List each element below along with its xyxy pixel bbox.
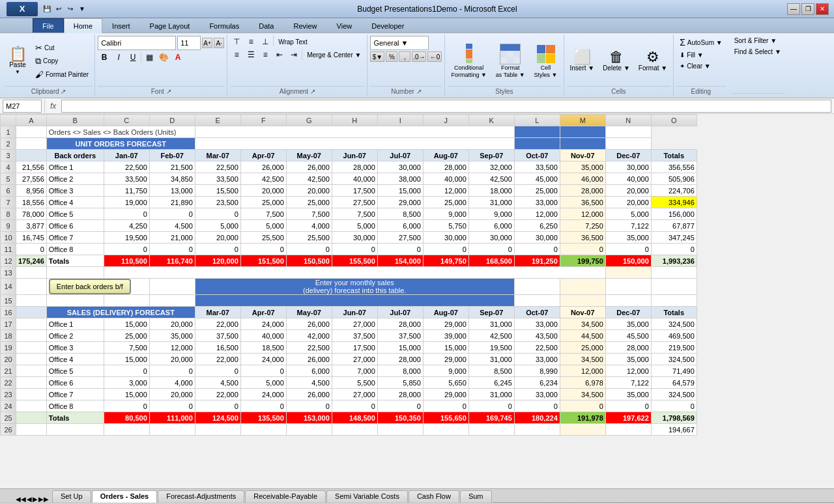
- cell-b21[interactable]: Office 5: [46, 365, 104, 377]
- cell-b15[interactable]: [46, 295, 104, 307]
- cell-f22[interactable]: 5,000: [240, 377, 286, 389]
- cell-g19[interactable]: 22,500: [286, 342, 332, 354]
- cell-d25[interactable]: 111,000: [149, 412, 195, 424]
- cell-l21[interactable]: 8,990: [514, 365, 560, 377]
- cell-b5[interactable]: Office 2: [46, 173, 104, 185]
- cell-b10[interactable]: Office 7: [46, 232, 104, 244]
- cell-e22[interactable]: 4,500: [195, 377, 240, 389]
- cell-l8[interactable]: 12,000: [514, 208, 560, 220]
- cell-n23[interactable]: 35,000: [605, 389, 651, 400]
- cell-o25[interactable]: 1,798,569: [651, 412, 697, 424]
- cell-a7[interactable]: 18,556: [16, 197, 47, 208]
- cell-h3[interactable]: Jun-07: [332, 150, 377, 161]
- cell-a9[interactable]: 3,877: [16, 220, 47, 232]
- col-header-e[interactable]: E: [195, 115, 240, 126]
- align-right-button[interactable]: ≡: [259, 49, 272, 61]
- cell-l22[interactable]: 6,234: [514, 377, 560, 389]
- cell-a3[interactable]: [16, 150, 47, 161]
- cell-e6[interactable]: 15,500: [195, 185, 240, 197]
- cell-o15[interactable]: [651, 295, 697, 307]
- cell-d7[interactable]: 21,890: [149, 197, 195, 208]
- fill-button[interactable]: ⬇ Fill ▼: [676, 50, 706, 60]
- cell-i7[interactable]: 29,000: [377, 197, 423, 208]
- copy-button[interactable]: ⧉Copy: [32, 55, 92, 68]
- cell-a24[interactable]: [16, 400, 47, 412]
- cell-reference-box[interactable]: [3, 100, 42, 113]
- col-header-f[interactable]: F: [240, 115, 286, 126]
- font-shrink-button[interactable]: A-: [214, 38, 224, 48]
- cell-a15[interactable]: [16, 295, 47, 307]
- cell-c18[interactable]: 25,000: [104, 330, 149, 342]
- tab-data[interactable]: Data: [249, 18, 283, 33]
- cell-j18[interactable]: 39,000: [423, 330, 468, 342]
- cell-h17[interactable]: 27,000: [332, 318, 377, 330]
- cell-l16[interactable]: Oct-07: [514, 307, 560, 318]
- cell-b11[interactable]: Office 8: [46, 244, 104, 255]
- cell-h8[interactable]: 7,500: [332, 208, 377, 220]
- currency-button[interactable]: $▼: [370, 51, 384, 62]
- cell-l24[interactable]: 0: [514, 400, 560, 412]
- cell-m10[interactable]: 36,500: [560, 232, 605, 244]
- cell-e26[interactable]: [195, 424, 240, 436]
- cell-m21[interactable]: 12,000: [560, 365, 605, 377]
- cell-b24[interactable]: Office 8: [46, 400, 104, 412]
- cell-a21[interactable]: [16, 365, 47, 377]
- cell-g16[interactable]: May-07: [286, 307, 332, 318]
- cell-f20[interactable]: 24,000: [240, 354, 286, 365]
- align-bottom-button[interactable]: ⊥: [259, 36, 272, 48]
- cell-n5[interactable]: 40,000: [605, 173, 651, 185]
- insert-button[interactable]: ⬜ Insert ▼: [567, 48, 598, 75]
- cell-e24[interactable]: 0: [195, 400, 240, 412]
- cell-m17[interactable]: 34,500: [560, 318, 605, 330]
- cell-o11[interactable]: 0: [651, 244, 697, 255]
- cell-n10[interactable]: 35,000: [605, 232, 651, 244]
- cell-j9[interactable]: 5,750: [423, 220, 468, 232]
- cell-e23[interactable]: 22,000: [195, 389, 240, 400]
- cell-e12[interactable]: 120,000: [195, 255, 240, 267]
- cell-k10[interactable]: 30,000: [468, 232, 514, 244]
- cell-h16[interactable]: Jun-07: [332, 307, 377, 318]
- cell-n11[interactable]: 0: [605, 244, 651, 255]
- cell-i21[interactable]: 8,000: [377, 365, 423, 377]
- cell-e9[interactable]: 5,000: [195, 220, 240, 232]
- cell-b7[interactable]: Office 4: [46, 197, 104, 208]
- cell-j3[interactable]: Aug-07: [423, 150, 468, 161]
- cell-a19[interactable]: [16, 342, 47, 354]
- cell-n18[interactable]: 45,500: [605, 330, 651, 342]
- quick-access-dropdown[interactable]: ▼: [77, 4, 87, 14]
- cell-c3[interactable]: Jan-07: [104, 150, 149, 161]
- cell-k21[interactable]: 8,500: [468, 365, 514, 377]
- cell-m8[interactable]: 12,000: [560, 208, 605, 220]
- cell-d9[interactable]: 4,500: [149, 220, 195, 232]
- cell-e17[interactable]: 22,000: [195, 318, 240, 330]
- cell-e8[interactable]: 0: [195, 208, 240, 220]
- cell-i23[interactable]: 28,000: [377, 389, 423, 400]
- cell-n19[interactable]: 28,000: [605, 342, 651, 354]
- cell-a22[interactable]: [16, 377, 47, 389]
- font-color-button[interactable]: A: [171, 51, 184, 63]
- cell-o4[interactable]: 356,556: [651, 161, 697, 173]
- cell-o12[interactable]: 1,993,236: [651, 255, 697, 267]
- cell-e2[interactable]: into this table.: [195, 138, 514, 150]
- close-button[interactable]: ✕: [816, 3, 829, 15]
- cell-l5[interactable]: 45,000: [514, 173, 560, 185]
- cell-a5[interactable]: 27,556: [16, 173, 47, 185]
- cell-n17[interactable]: 35,000: [605, 318, 651, 330]
- cell-g24[interactable]: 0: [286, 400, 332, 412]
- cell-a17[interactable]: [16, 318, 47, 330]
- cell-a1[interactable]: [16, 126, 47, 138]
- cell-m4[interactable]: 35,000: [560, 161, 605, 173]
- tab-formulas[interactable]: Formulas: [199, 18, 249, 33]
- decimal-dec-button[interactable]: ←0: [427, 51, 442, 62]
- cell-d8[interactable]: 0: [149, 208, 195, 220]
- cell-b6[interactable]: Office 3: [46, 185, 104, 197]
- minimize-button[interactable]: —: [787, 3, 800, 15]
- cell-o23[interactable]: 324,500: [651, 389, 697, 400]
- cell-c25[interactable]: 80,500: [104, 412, 149, 424]
- cell-k8[interactable]: 9,000: [468, 208, 514, 220]
- number-format-box[interactable]: General ▼: [370, 36, 429, 50]
- cell-i4[interactable]: 30,000: [377, 161, 423, 173]
- col-header-m[interactable]: M: [560, 115, 605, 126]
- cell-k17[interactable]: 31,000: [468, 318, 514, 330]
- cell-f5[interactable]: 42,500: [240, 173, 286, 185]
